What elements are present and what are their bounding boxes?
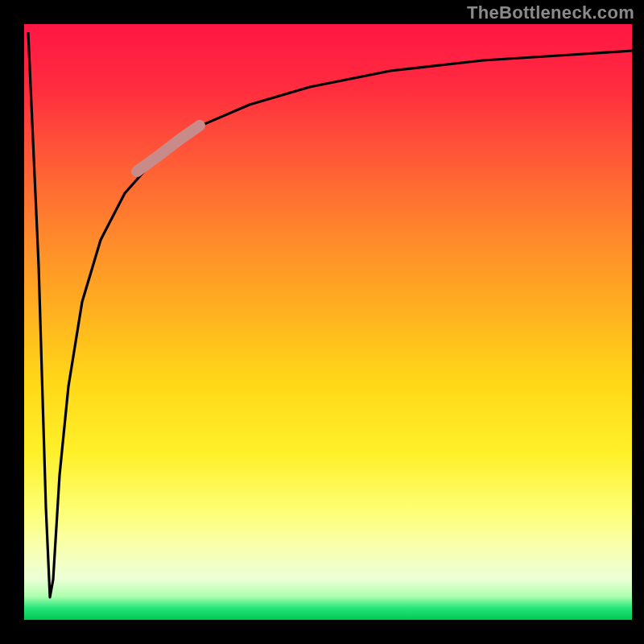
bottleneck-curve bbox=[24, 24, 632, 620]
curve-path bbox=[28, 32, 632, 597]
plot-area bbox=[24, 24, 632, 620]
watermark-text: TheBottleneck.com bbox=[467, 2, 634, 23]
chart-frame: TheBottleneck.com bbox=[0, 0, 644, 644]
